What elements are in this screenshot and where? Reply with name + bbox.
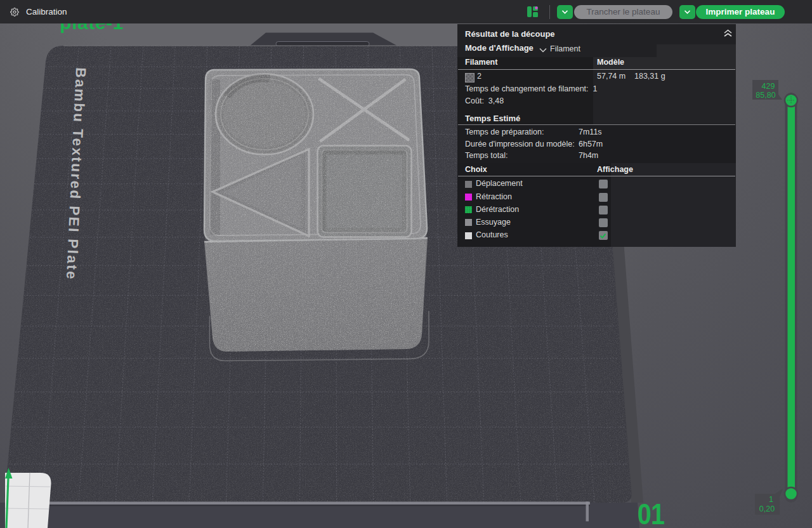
svg-text:85,80: 85,80	[756, 91, 775, 100]
svg-text:429: 429	[762, 82, 775, 91]
svg-text:01: 01	[638, 498, 664, 528]
svg-text:0,20: 0,20	[759, 505, 775, 513]
svg-text:1: 1	[769, 495, 773, 504]
